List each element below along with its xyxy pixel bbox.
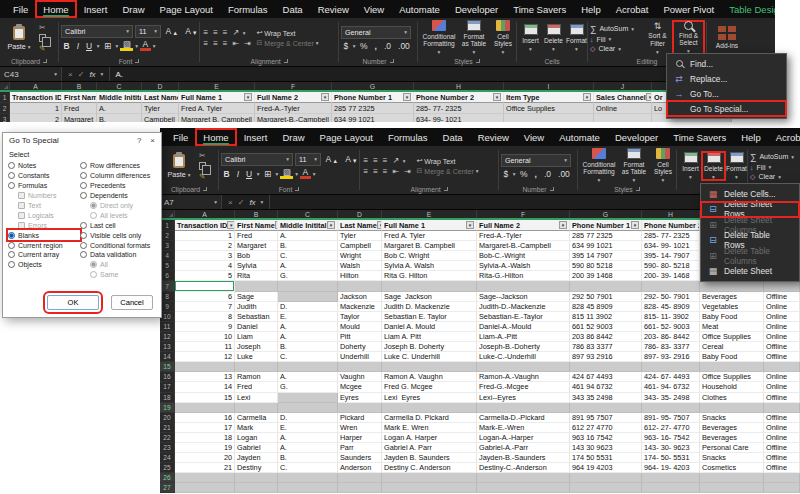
row-header-10[interactable]: 10 <box>160 312 175 322</box>
cell[interactable]: Rita-G.-Hilton <box>477 271 570 281</box>
cell[interactable] <box>594 114 652 122</box>
dialog-launcher-icon[interactable] <box>135 59 139 63</box>
insert-function-icon[interactable]: fx <box>249 198 255 207</box>
dialog-option[interactable]: Objects <box>8 260 80 270</box>
dialog-option[interactable]: Dependents <box>80 191 156 201</box>
row-header-24[interactable]: 24 <box>160 453 175 463</box>
cell[interactable]: 634- 99- 1021 <box>642 241 700 251</box>
cell[interactable]: Mark E. Wren <box>382 423 477 433</box>
menu-item[interactable]: Go To... <box>667 86 786 101</box>
cell[interactable]: Pitt <box>338 332 382 342</box>
cell[interactable]: 10 <box>175 332 235 342</box>
cell[interactable] <box>642 362 700 372</box>
cell[interactable]: 897- 93- 2916 <box>642 352 700 362</box>
cell[interactable]: Rita <box>235 271 278 281</box>
cell[interactable]: 786 83 3377 <box>570 342 642 352</box>
row-header-27[interactable]: 27 <box>160 483 175 493</box>
cell[interactable] <box>338 403 382 413</box>
cell[interactable]: Fred-G.-Mcgee <box>477 382 570 392</box>
cell[interactable]: A. <box>278 332 338 342</box>
cell[interactable]: 21 <box>175 463 235 473</box>
cell[interactable]: Luke-C.-Underhill <box>477 352 570 362</box>
cell[interactable]: B. <box>278 241 338 251</box>
cell[interactable]: Liam A. Pitt <box>382 332 477 342</box>
cell[interactable]: 12 <box>175 352 235 362</box>
cell[interactable] <box>175 473 235 483</box>
column-header-G[interactable]: G <box>570 210 642 218</box>
cell[interactable] <box>338 473 382 483</box>
cell[interactable]: Online <box>594 103 652 114</box>
cell[interactable]: Sebastian-E.-Taylor <box>477 312 570 322</box>
dialog-launcher-icon[interactable] <box>203 187 207 191</box>
format-button[interactable]: Format▾ <box>565 24 588 52</box>
cell[interactable]: 19 <box>175 443 235 453</box>
filter-button[interactable]: ▾ <box>227 221 235 229</box>
filter-button[interactable]: ▾ <box>493 93 501 101</box>
dialog-launcher-icon[interactable] <box>43 59 47 63</box>
ribbon-tab[interactable]: Insert <box>77 1 115 17</box>
cell[interactable] <box>235 403 278 413</box>
cell[interactable]: Fred-A.-Tyler <box>477 231 570 241</box>
cell[interactable]: Offline <box>764 463 800 473</box>
fill-color-button[interactable]: ▨ <box>120 40 133 52</box>
cell[interactable]: Offline <box>764 413 800 423</box>
ribbon-tab[interactable]: Draw <box>275 129 311 145</box>
cell[interactable]: Household <box>700 382 764 392</box>
cell[interactable]: A. <box>278 433 338 443</box>
cell[interactable]: 634- 99- 1021 <box>414 114 504 122</box>
cell[interactable]: 343 35 2498 <box>570 393 642 403</box>
cell[interactable]: 200- 39- 1468 <box>642 271 700 281</box>
conditional-formatting-button[interactable]: Conditional Formatting▾ <box>580 148 618 183</box>
dialog-option[interactable]: Formulas <box>8 181 80 191</box>
header-cell[interactable]: Full Name 1▾ <box>382 220 477 231</box>
confirm-entry-icon[interactable]: ✓ <box>78 70 85 79</box>
ribbon-tab[interactable]: Acrobat <box>609 1 656 17</box>
help-button[interactable]: ? <box>137 136 141 145</box>
font-name-select[interactable]: Calibri▾ <box>61 25 133 38</box>
cell[interactable]: Margaret-B.-Campbell <box>255 114 332 122</box>
cell[interactable]: Logan-A.-Harper <box>477 433 570 443</box>
cell[interactable]: D. <box>278 302 338 312</box>
column-header-F[interactable]: F <box>477 210 570 218</box>
header-cell[interactable]: Sales Channel▾ <box>594 92 652 103</box>
filter-button[interactable]: ▾ <box>583 93 591 101</box>
cell[interactable]: Online <box>764 382 800 392</box>
cell[interactable]: 20 <box>175 453 235 463</box>
row-header-1[interactable]: 1 <box>160 220 175 231</box>
cell[interactable]: Online <box>764 372 800 382</box>
ribbon-tab[interactable]: Time Savers <box>506 1 573 17</box>
cell[interactable] <box>278 393 338 403</box>
italic-button[interactable]: I <box>74 41 81 51</box>
column-header-H[interactable]: H <box>642 210 700 218</box>
dialog-option[interactable]: Data validation <box>80 250 156 260</box>
dialog-option[interactable]: Blanks <box>8 230 80 240</box>
cell[interactable]: Clothes <box>700 393 764 403</box>
dialog-option[interactable]: Same <box>80 270 156 280</box>
cell[interactable]: 8 <box>175 312 235 322</box>
ribbon-tab[interactable]: Formulas <box>221 1 275 17</box>
row-header-21[interactable]: 21 <box>160 423 175 433</box>
cell[interactable]: 612 27 4770 <box>570 423 642 433</box>
decrease-decimal-button[interactable]: .00 <box>556 169 573 179</box>
ribbon-tab[interactable]: Data <box>276 1 310 17</box>
align-left-icon[interactable]: ≡ <box>362 167 370 176</box>
filter-button[interactable]: ▾ <box>466 221 474 229</box>
cell[interactable]: 143- 30- 9623 <box>642 443 700 453</box>
cell[interactable]: 203 86 8442 <box>570 332 642 342</box>
cell-styles-button[interactable]: Cell Styles▾ <box>490 20 516 55</box>
cell[interactable] <box>764 281 800 291</box>
cell[interactable]: Online <box>764 302 800 312</box>
row-header-13[interactable]: 13 <box>160 342 175 352</box>
ribbon-tab[interactable]: Draw <box>115 1 151 17</box>
cell[interactable] <box>642 281 700 291</box>
cell[interactable]: 634 99 1021 <box>332 114 414 122</box>
cell[interactable]: B. <box>278 342 338 352</box>
cell[interactable]: Jayden <box>235 453 278 463</box>
formula-value[interactable]: A. <box>110 67 667 81</box>
cell[interactable]: Daniel A. Mould <box>382 322 477 332</box>
ribbon-tab[interactable]: Developer <box>448 1 505 17</box>
cell[interactable]: A. <box>278 443 338 453</box>
cell[interactable]: 634 99 1021 <box>570 241 642 251</box>
row-header-3[interactable]: 3 <box>160 241 175 251</box>
cell[interactable]: A. <box>97 103 142 114</box>
